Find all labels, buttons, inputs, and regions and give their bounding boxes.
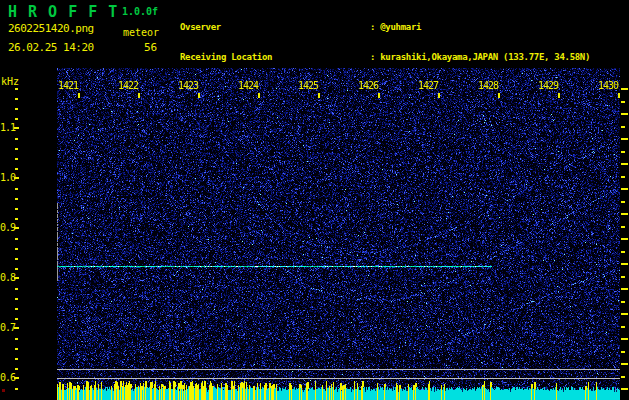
axis-tick <box>14 227 19 229</box>
axis-tick <box>621 388 628 390</box>
axis-tick <box>15 188 18 190</box>
axis-tick <box>15 358 18 360</box>
axis-tick <box>15 168 18 170</box>
axis-tick <box>15 268 18 270</box>
y-tick-label: 0.7 <box>0 323 13 333</box>
x-tick-label: 1426 <box>355 81 381 91</box>
x-tick-label: 1428 <box>475 81 501 91</box>
axis-tick <box>621 201 625 203</box>
axis-tick <box>258 93 260 98</box>
axis-tick <box>15 108 18 110</box>
axis-tick <box>621 176 625 178</box>
axis-tick <box>15 318 18 320</box>
mode-label: meteor <box>123 27 159 38</box>
axis-tick <box>14 377 19 379</box>
x-tick-label: 1425 <box>295 81 321 91</box>
axis-tick <box>15 198 18 200</box>
info-label: Receiving Location <box>180 52 370 62</box>
app-version: 1.0.0f <box>122 6 158 17</box>
axis-tick <box>78 93 80 98</box>
axis-tick <box>138 93 140 98</box>
axis-tick <box>15 258 18 260</box>
datetime-label: 26.02.25 14:20 <box>8 41 94 54</box>
axis-tick <box>621 326 625 328</box>
axis-tick <box>621 213 628 215</box>
axis-tick <box>621 126 625 128</box>
axis-tick <box>14 127 19 129</box>
hrofft-window: H R O F F T 1.0.0f 2602251420.png meteor… <box>0 0 629 400</box>
x-tick-label: 1422 <box>115 81 141 91</box>
x-tick-label: 1430 <box>595 81 621 91</box>
y-tick-label: 1.1 <box>0 123 13 133</box>
x-tick-label: 1427 <box>415 81 441 91</box>
colon-separator: : <box>370 52 375 62</box>
axis-tick <box>15 218 18 220</box>
axis-tick <box>15 138 18 140</box>
x-tick-label: 1429 <box>535 81 561 91</box>
axis-tick <box>15 238 18 240</box>
info-row-location: Receiving Location: kurashiki,Okayama,JA… <box>180 52 590 62</box>
axis-tick <box>621 263 628 265</box>
axis-tick <box>15 158 18 160</box>
axis-tick <box>498 93 500 98</box>
echo-count: 56 <box>144 41 157 54</box>
app-title: H R O F F T <box>8 3 118 21</box>
axis-tick <box>621 113 628 115</box>
axis-tick <box>621 101 625 103</box>
axis-tick <box>198 93 200 98</box>
axis-tick <box>621 238 628 240</box>
axis-tick <box>14 277 19 279</box>
colon-separator: : <box>370 22 375 32</box>
y-tick-label: 1.0 <box>0 173 13 183</box>
axis-tick <box>621 351 625 353</box>
spectrogram-canvas <box>57 68 620 400</box>
axis-tick <box>621 138 628 140</box>
axis-tick <box>14 177 19 179</box>
axis-tick <box>15 208 18 210</box>
axis-tick <box>15 248 18 250</box>
y-axis-unit-label: kHz <box>1 76 19 87</box>
info-value: kurashiki,Okayama,JAPAN (133.77E, 34.58N… <box>380 52 590 62</box>
axis-tick <box>14 327 19 329</box>
axis-tick <box>621 188 628 190</box>
axis-tick <box>15 118 18 120</box>
axis-tick <box>15 348 18 350</box>
y-tick-label: 0.6 <box>0 373 13 383</box>
y-tick-label: 0.9 <box>0 223 13 233</box>
axis-tick <box>621 151 625 153</box>
axis-tick <box>15 148 18 150</box>
axis-tick <box>621 251 625 253</box>
axis-tick <box>15 338 18 340</box>
info-value: @yuhmari <box>380 22 421 32</box>
axis-tick <box>438 93 440 98</box>
axis-tick <box>621 376 625 378</box>
axis-tick <box>621 288 628 290</box>
x-tick-label: 1423 <box>175 81 201 91</box>
axis-tick <box>621 276 625 278</box>
axis-tick <box>621 338 628 340</box>
axis-tick <box>15 298 18 300</box>
axis-tick <box>15 98 18 100</box>
axis-tick <box>15 368 18 370</box>
info-row-observer: Ovserver: @yuhmari <box>180 22 590 32</box>
axis-tick <box>15 308 18 310</box>
axis-tick <box>621 301 625 303</box>
axis-tick <box>621 226 625 228</box>
axis-tick <box>15 288 18 290</box>
red-dot-marker <box>2 389 5 392</box>
axis-tick <box>558 93 560 98</box>
axis-tick <box>15 88 18 90</box>
axis-tick <box>621 313 628 315</box>
axis-tick <box>621 363 628 365</box>
x-tick-label: 1421 <box>55 81 81 91</box>
axis-tick <box>621 163 628 165</box>
info-label: Ovserver <box>180 22 370 32</box>
y-tick-label: 0.8 <box>0 273 13 283</box>
output-filename: 2602251420.png <box>8 22 94 35</box>
axis-tick <box>378 93 380 98</box>
axis-tick <box>618 93 620 98</box>
axis-tick <box>318 93 320 98</box>
axis-tick <box>15 388 18 390</box>
axis-tick <box>621 88 628 90</box>
x-tick-label: 1424 <box>235 81 261 91</box>
